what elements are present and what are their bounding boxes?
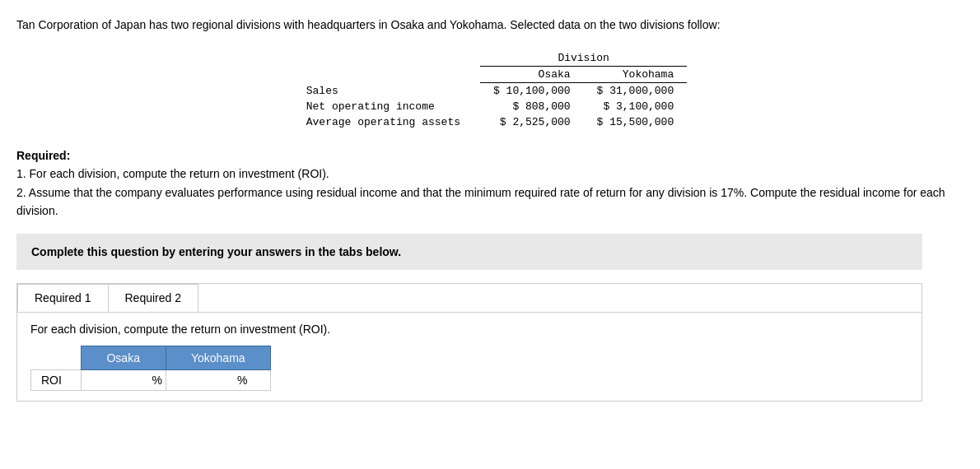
osaka-col-header: Osaka [480, 67, 584, 83]
roi-label: ROI [31, 369, 82, 390]
tab1-content: For each division, compute the return on… [17, 313, 922, 401]
required-item2: 2. Assume that the company evaluates per… [16, 186, 945, 217]
row-yokohama-sales: $ 31,000,000 [584, 83, 688, 100]
tab-required1[interactable]: Required 1 [17, 284, 109, 312]
instruction-box: Complete this question by entering your … [16, 234, 922, 270]
data-table: Division Osaka Yokohama Sales $ 10,100,0… [293, 50, 687, 130]
data-table-wrapper: Division Osaka Yokohama Sales $ 10,100,0… [16, 50, 964, 130]
table-label-col-header [293, 67, 480, 83]
yokohama-roi-input[interactable] [170, 372, 236, 388]
row-label-netop: Net operating income [293, 99, 480, 114]
table-row: Net operating income $ 808,000 $ 3,100,0… [293, 99, 687, 114]
osaka-pct-symbol: % [152, 374, 162, 387]
row-yokohama-netop: $ 3,100,000 [584, 99, 688, 114]
answer-osaka-header: Osaka [81, 346, 166, 369]
row-osaka-sales: $ 10,100,000 [480, 83, 584, 100]
row-yokohama-avgassets: $ 15,500,000 [584, 114, 688, 130]
tabs-container: Required 1 Required 2 For each division,… [16, 283, 922, 402]
required-label: Required: [16, 149, 70, 162]
row-label-avgassets: Average operating assets [293, 114, 480, 130]
row-label-sales: Sales [293, 83, 480, 100]
intro-text: Tan Corporation of Japan has two regiona… [16, 16, 922, 34]
yokohama-pct-symbol: % [237, 374, 247, 387]
instruction-text: Complete this question by entering your … [31, 245, 401, 258]
tab-required2[interactable]: Required 2 [108, 284, 199, 312]
answer-yokohama-header: Yokohama [166, 346, 270, 369]
tab1-instruction: For each division, compute the return on… [30, 323, 908, 336]
table-row: Sales $ 10,100,000 $ 31,000,000 [293, 83, 687, 100]
osaka-roi-input-group: % [85, 372, 162, 388]
table-empty-header [293, 50, 480, 67]
required-item1: 1. For each division, compute the return… [16, 167, 329, 180]
row-osaka-netop: $ 808,000 [480, 99, 584, 114]
roi-row: ROI % % [31, 369, 271, 390]
yokohama-roi-input-group: % [170, 372, 267, 388]
yokohama-col-header: Yokohama [584, 67, 688, 83]
tabs-header: Required 1 Required 2 [17, 284, 922, 313]
yokohama-roi-cell: % [166, 369, 270, 390]
division-header: Division [480, 50, 687, 67]
answer-table-empty-header [31, 346, 82, 369]
answer-table: Osaka Yokohama ROI % [30, 346, 271, 391]
osaka-roi-cell: % [81, 369, 166, 390]
row-osaka-avgassets: $ 2,525,000 [480, 114, 584, 130]
osaka-roi-input[interactable] [85, 372, 151, 388]
required-section: Required: 1. For each division, compute … [16, 146, 964, 221]
table-row: Average operating assets $ 2,525,000 $ 1… [293, 114, 687, 130]
